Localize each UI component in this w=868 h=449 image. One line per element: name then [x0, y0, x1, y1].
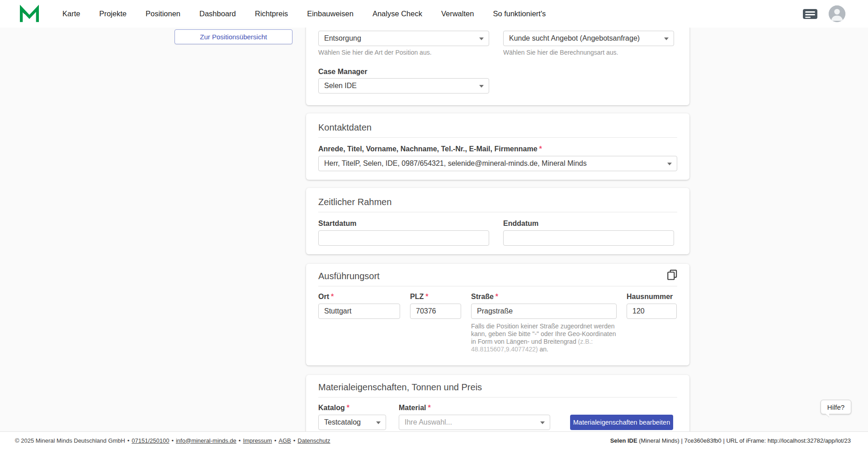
copy-location-button[interactable] [666, 269, 679, 282]
navbar-right [802, 0, 845, 28]
required-marker: * [428, 404, 430, 412]
nav-item-positionen[interactable]: Positionen [146, 9, 180, 18]
divider [318, 137, 677, 138]
main-nav: Karte Projekte Positionen Dashboard Rich… [62, 9, 546, 18]
mineral-minds-logo[interactable] [20, 4, 39, 24]
calculation-type-hint: Wählen Sie hier die Berechnungsart aus. [503, 49, 674, 56]
person-icon [829, 5, 845, 22]
required-marker: * [539, 145, 542, 153]
separator: • [127, 437, 130, 444]
end-date-input[interactable] [503, 230, 674, 246]
start-date-input[interactable] [318, 230, 489, 246]
phone-link[interactable]: 07151/250100 [132, 437, 169, 444]
street-label: Straße* [471, 293, 617, 301]
case-manager-label: Case Manager [318, 68, 489, 76]
email-link[interactable]: info@mineral-minds.de [176, 437, 236, 444]
help-button[interactable]: Hilfe? [821, 400, 851, 414]
street-input[interactable] [471, 304, 617, 319]
zip-label: PLZ* [410, 293, 461, 301]
copyright-text: © 2025 Mineral Minds Deutschland GmbH [15, 437, 125, 444]
chevron-down-icon [479, 37, 484, 40]
top-navbar: Karte Projekte Positionen Dashboard Rich… [0, 0, 868, 28]
street-hint: Falls die Position keiner Straße zugeord… [471, 323, 617, 353]
case-manager-select[interactable]: Selen IDE [318, 78, 489, 94]
nav-item-analyse-check[interactable]: Analyse Check [373, 9, 422, 18]
datenschutz-link[interactable]: Datenschutz [297, 437, 330, 444]
footer-left: © 2025 Mineral Minds Deutschland GmbH • … [15, 437, 330, 444]
contact-field-label: Anrede, Titel, Vorname, Nachname, Tel.-N… [318, 145, 677, 153]
chevron-down-icon [540, 421, 545, 424]
impressum-link[interactable]: Impressum [243, 437, 272, 444]
catalog-select[interactable]: Testcatalog [318, 415, 386, 430]
calculation-type-select[interactable]: Kunde sucht Angebot (Angebotsanfrage) [503, 31, 674, 46]
nav-item-so-funktionierts[interactable]: So funktioniert's [493, 9, 546, 18]
contact-select[interactable]: Herr, TitelP, Selen, IDE, 0987/654321, s… [318, 156, 677, 171]
footer-session-info: Selen IDE (Mineral Minds) | 7ce360e83fb0… [610, 437, 851, 444]
required-marker: * [331, 293, 334, 300]
position-type-select[interactable]: Entsorgung [318, 31, 489, 46]
chevron-down-icon [664, 37, 669, 40]
catalog-field: Katalog* Testcatalog [318, 404, 386, 430]
catalog-label: Katalog* [318, 404, 386, 412]
separator: • [171, 437, 174, 444]
city-label: Ort* [318, 293, 400, 301]
separator: • [274, 437, 277, 444]
copy-icon [666, 269, 678, 281]
logo-icon [20, 4, 39, 24]
nav-item-einbauweisen[interactable]: Einbauweisen [307, 9, 354, 18]
nav-item-verwalten[interactable]: Verwalten [441, 9, 474, 18]
footer: © 2025 Mineral Minds Deutschland GmbH • … [0, 431, 868, 449]
required-marker: * [495, 293, 498, 300]
house-number-input[interactable] [627, 304, 677, 319]
timeframe-card-title: Zeitlicher Rahmen [318, 197, 677, 207]
divider [318, 212, 677, 212]
material-select[interactable]: Ihre Auswahl... [399, 415, 550, 430]
nav-item-projekte[interactable]: Projekte [99, 9, 127, 18]
start-date-field: Startdatum [318, 220, 489, 246]
contact-card: Kontaktdaten Anrede, Titel, Vorname, Nac… [306, 113, 689, 180]
separator: • [293, 437, 296, 444]
edit-material-properties-button[interactable]: Materialeigenschaften bearbeiten [570, 415, 673, 430]
required-marker: * [425, 293, 428, 300]
chevron-down-icon [667, 163, 672, 165]
chevron-down-icon [479, 85, 484, 88]
zip-input[interactable] [410, 304, 461, 319]
end-date-field: Enddatum [503, 220, 674, 246]
location-card: Ausführungsort Ort* PLZ* Straße* Hausnum… [306, 264, 689, 365]
nav-item-richtpreis[interactable]: Richtpreis [255, 9, 288, 18]
nav-item-karte[interactable]: Karte [62, 9, 80, 18]
divider [318, 397, 677, 398]
required-marker: * [347, 404, 349, 412]
agb-link[interactable]: AGB [278, 437, 291, 444]
nav-item-dashboard[interactable]: Dashboard [199, 9, 236, 18]
user-avatar[interactable] [829, 5, 845, 22]
end-date-label: Enddatum [503, 220, 674, 228]
contact-card-title: Kontaktdaten [318, 122, 677, 133]
material-field: Material* Ihre Auswahl... [399, 404, 550, 430]
session-details: (Mineral Minds) | 7ce360e83fb0 | URL of … [637, 437, 851, 444]
house-number-label: Hausnummer [627, 293, 677, 301]
back-to-positions-button[interactable]: Zur Positionsübersicht [175, 29, 292, 44]
session-user-name: Selen IDE [610, 437, 637, 444]
divider [318, 286, 677, 286]
separator: • [239, 437, 241, 444]
chevron-down-icon [376, 421, 381, 424]
position-type-hint: Wählen Sie hier die Art der Position aus… [318, 49, 489, 56]
material-card-title: Materialeigenschaften, Tonnen und Preis [318, 382, 677, 393]
case-manager-field: Case Manager Selen IDE [318, 68, 489, 94]
material-label: Material* [399, 404, 550, 412]
card-reader-icon[interactable] [802, 8, 818, 20]
timeframe-card: Zeitlicher Rahmen Startdatum Enddatum [306, 188, 689, 254]
start-date-label: Startdatum [318, 220, 489, 228]
city-input[interactable] [318, 304, 400, 319]
location-card-title: Ausführungsort [318, 271, 677, 281]
